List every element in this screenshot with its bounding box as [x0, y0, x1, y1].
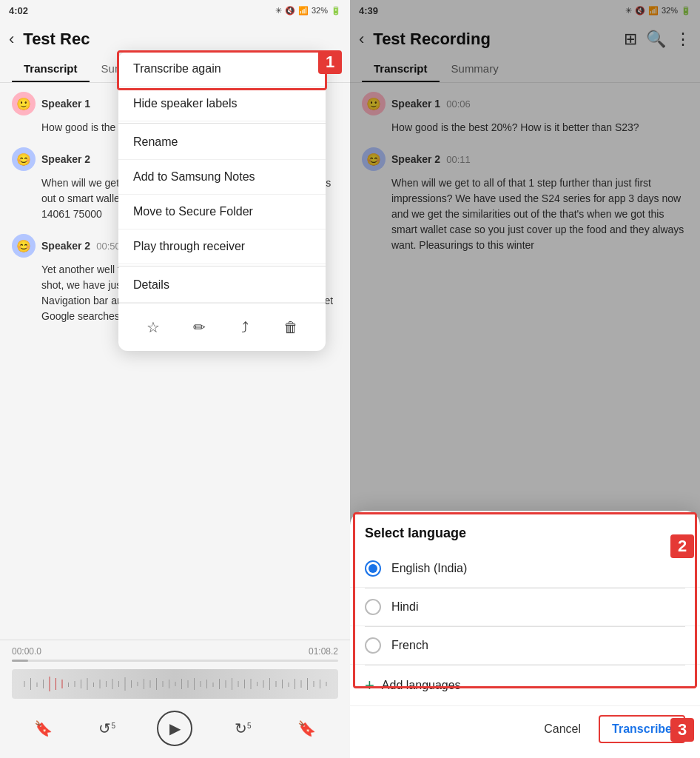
left-status-time: 4:02 [9, 5, 28, 16]
radio-french[interactable] [365, 637, 381, 654]
svg-rect-45 [307, 678, 308, 690]
dropdown-menu: Transcribe again Hide speaker labels Ren… [118, 52, 326, 351]
avatar-speaker2-left: 😊 [12, 147, 36, 171]
svg-rect-17 [131, 680, 132, 688]
svg-rect-23 [169, 680, 169, 688]
avatar-speaker1-left: 🙂 [12, 92, 36, 115]
speaker-name-2b-left: Speaker 2 [41, 240, 90, 252]
forward-button[interactable]: ↻5 [229, 715, 256, 742]
share-icon-button[interactable]: ⤴ [230, 312, 260, 342]
time-row: 00:00.0 01:08.2 [12, 646, 338, 657]
svg-rect-13 [106, 681, 107, 687]
menu-item-hide-speaker-labels[interactable]: Hide speaker labels [118, 87, 326, 121]
step-badge-2: 2 [670, 534, 694, 558]
wifi-icon: 📶 [298, 6, 309, 16]
dialog-actions: Cancel Transcribe [350, 705, 700, 758]
svg-rect-42 [289, 682, 289, 687]
star-icon-button[interactable]: ☆ [138, 312, 168, 342]
svg-rect-0 [24, 681, 25, 687]
menu-item-play-through-receiver[interactable]: Play through receiver [118, 229, 326, 264]
svg-rect-20 [150, 680, 151, 688]
svg-rect-8 [75, 681, 75, 687]
menu-item-transcribe-again[interactable]: Transcribe again [118, 52, 326, 87]
right-panel: 4:39 ✳ 🔇 📶 32% 🔋 ‹ Test Recording ⊞ 🔍 ⋮ … [350, 0, 700, 758]
step-badge-1: 1 [318, 50, 342, 74]
dropdown-divider-1 [118, 123, 326, 124]
radio-english[interactable] [365, 560, 381, 577]
step-badge-3: 3 [670, 718, 694, 742]
add-lang-label: Add languages [382, 679, 461, 692]
lang-label-hindi: Hindi [391, 600, 418, 614]
time-end: 01:08.2 [309, 646, 338, 657]
speaker-name-1-left: Speaker 1 [41, 98, 90, 110]
bookmark-list-button[interactable]: 🔖 [293, 715, 320, 742]
svg-rect-29 [206, 680, 207, 688]
lang-dialog-title: Select language [350, 526, 700, 550]
svg-rect-6 [62, 680, 63, 688]
bluetooth-icon: ✳ [275, 6, 282, 16]
cancel-button[interactable]: Cancel [544, 722, 581, 736]
svg-rect-14 [112, 679, 113, 689]
plus-icon: + [365, 676, 374, 695]
progress-fill [12, 660, 28, 662]
language-dialog: Select language English (India) Hindi Fr… [350, 511, 700, 758]
svg-rect-43 [295, 679, 295, 689]
delete-icon-button[interactable]: 🗑 [276, 312, 306, 342]
speaker-time-2b-left: 00:50 [96, 241, 121, 252]
left-panel: 4:02 ✳ 🔇 📶 32% 🔋 ‹ Test Rec Transcript S… [0, 0, 350, 758]
menu-item-rename[interactable]: Rename [118, 125, 326, 160]
battery-icon: 🔋 [331, 6, 341, 16]
lang-option-french[interactable]: French [350, 627, 700, 665]
left-header: ‹ Test Rec [0, 21, 350, 55]
svg-rect-5 [55, 678, 56, 690]
bookmark-button[interactable]: 🔖 [30, 715, 57, 742]
svg-rect-35 [244, 680, 245, 688]
svg-rect-33 [232, 678, 232, 690]
add-languages-row[interactable]: + Add languages [350, 665, 700, 705]
lang-label-french: French [391, 639, 428, 652]
lang-label-english: English (India) [391, 562, 467, 575]
svg-rect-40 [276, 681, 277, 687]
tab-transcript-left[interactable]: Transcript [12, 55, 90, 82]
svg-rect-46 [314, 681, 314, 687]
svg-rect-32 [226, 680, 226, 688]
left-back-button[interactable]: ‹ [6, 27, 17, 52]
svg-rect-12 [100, 680, 101, 688]
svg-rect-38 [263, 680, 264, 688]
left-status-icons: ✳ 🔇 📶 32% 🔋 [275, 6, 341, 16]
lang-option-hindi[interactable]: Hindi [350, 588, 700, 626]
player-controls: 🔖 ↺5 ▶ ↻5 🔖 [12, 705, 338, 755]
svg-rect-21 [156, 678, 157, 690]
svg-rect-10 [87, 678, 88, 690]
svg-rect-34 [238, 681, 239, 687]
play-button[interactable]: ▶ [157, 711, 192, 746]
svg-rect-44 [301, 680, 302, 688]
waveform [12, 669, 338, 699]
avatar-speaker2b-left: 😊 [12, 234, 36, 258]
lang-option-english[interactable]: English (India) [350, 550, 700, 588]
svg-rect-2 [37, 682, 38, 687]
left-status-bar: 4:02 ✳ 🔇 📶 32% 🔋 [0, 0, 350, 21]
svg-rect-24 [175, 682, 176, 686]
radio-hindi[interactable] [365, 599, 381, 615]
svg-rect-1 [30, 678, 31, 690]
edit-icon-button[interactable]: ✏ [184, 312, 214, 342]
svg-rect-37 [257, 682, 258, 686]
svg-rect-39 [269, 678, 270, 690]
progress-bar[interactable] [12, 660, 338, 662]
battery-level: 32% [312, 6, 328, 15]
waveform-inner [12, 669, 338, 699]
svg-rect-11 [93, 682, 94, 687]
rewind-button[interactable]: ↺5 [94, 715, 121, 742]
svg-rect-30 [213, 682, 214, 687]
svg-rect-15 [118, 681, 119, 687]
speaker-name-2-left: Speaker 2 [41, 153, 90, 165]
svg-rect-28 [201, 681, 201, 687]
dropdown-icons-row: ☆ ✏ ⤴ 🗑 [118, 303, 326, 351]
menu-item-move-secure-folder[interactable]: Move to Secure Folder [118, 195, 326, 229]
left-page-title: Test Rec [23, 30, 338, 49]
menu-item-details[interactable]: Details [118, 268, 326, 303]
menu-item-add-samsung-notes[interactable]: Add to Samsung Notes [118, 160, 326, 195]
svg-rect-9 [81, 680, 81, 688]
player-bar: 00:00.0 01:08.2 [0, 640, 350, 758]
